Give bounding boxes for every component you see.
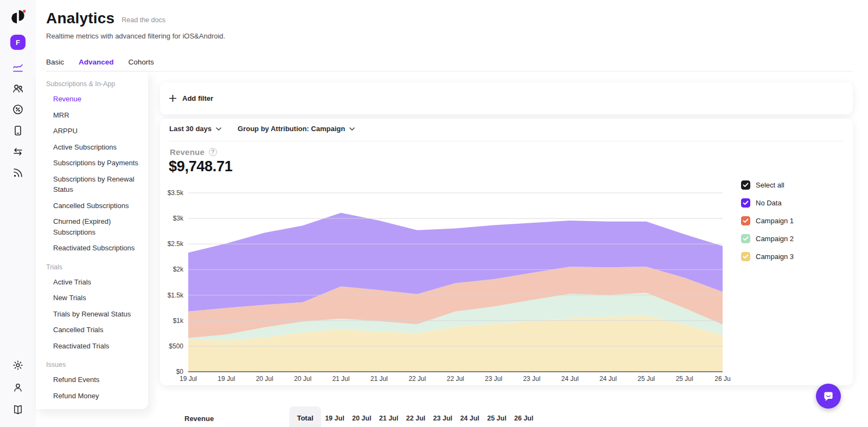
app-logo[interactable] <box>9 8 27 26</box>
x-tick-label: 23 Jul <box>485 375 502 383</box>
legend-item-campaign-3[interactable]: Campaign 3 <box>741 252 794 261</box>
table-column-20-jul[interactable]: 20 Jul <box>348 415 375 422</box>
table-column-21-jul[interactable]: 21 Jul <box>375 415 403 422</box>
checkbox-select-all[interactable] <box>741 180 750 190</box>
sidebar-item-active-subscriptions[interactable]: Active Subscriptions <box>46 139 144 156</box>
legend-item-no-data[interactable]: No Data <box>741 198 794 208</box>
mobile-app-icon <box>11 124 24 137</box>
legend-label: Campaign 1 <box>756 217 794 225</box>
checkbox-no-data[interactable] <box>741 198 750 208</box>
legend-item-select-all[interactable]: Select all <box>741 180 794 190</box>
check-icon <box>743 183 749 187</box>
sidebar-item-active-trials[interactable]: Active Trials <box>46 274 144 290</box>
tab-cohorts[interactable]: Cohorts <box>129 58 154 72</box>
table-column-22-jul[interactable]: 22 Jul <box>402 415 429 422</box>
sidebar-section-subscriptions-in-app: Subscriptions & In-App <box>46 80 144 88</box>
help-icon[interactable]: ? <box>209 148 217 156</box>
table-column-23-jul[interactable]: 23 Jul <box>429 415 456 422</box>
sidebar-item-churned-expired-subscriptions[interactable]: Churned (Expired) Subscriptions <box>46 214 144 240</box>
x-tick-label: 21 Jul <box>332 375 349 383</box>
chat-bubble-icon <box>822 390 835 403</box>
sidebar-item-mrr[interactable]: MRR <box>46 107 144 124</box>
sidebar-item-refund-money[interactable]: Refund Money <box>46 388 144 404</box>
sidebar-item-subscriptions-by-payments[interactable]: Subscriptions by Payments <box>46 155 144 171</box>
sidebar-item-reactivated-subscriptions[interactable]: Reactivated Subscriptions <box>46 240 144 256</box>
legend-label: Campaign 3 <box>756 253 794 261</box>
read-docs-link[interactable]: Read the docs <box>122 16 165 27</box>
metric-total-value: $9,748.71 <box>169 158 232 175</box>
sidebar-item-cancelled-subscriptions[interactable]: Cancelled Subscriptions <box>46 198 144 214</box>
sidebar-item-reactivated-trials[interactable]: Reactivated Trials <box>46 338 144 354</box>
x-tick-label: 22 Jul <box>409 375 426 383</box>
date-range-dropdown[interactable]: Last 30 days <box>169 125 221 133</box>
analytics-nav-button[interactable] <box>11 61 24 74</box>
checkbox-campaign-1[interactable] <box>741 216 750 225</box>
controls-divider <box>169 141 844 141</box>
page-subtitle: Realtime metrics with advanced filtering… <box>46 32 225 40</box>
y-tick-label: $2k <box>173 266 184 273</box>
check-icon <box>743 218 749 223</box>
checkbox-campaign-2[interactable] <box>741 234 750 243</box>
table-column-26-jul[interactable]: 26 Jul <box>510 415 538 422</box>
y-tick-label: $3k <box>173 215 184 222</box>
y-tick-label: $1k <box>173 317 184 325</box>
table-date-columns: 19 Jul20 Jul21 Jul22 Jul23 Jul24 Jul25 J… <box>321 415 537 422</box>
profile-button[interactable] <box>11 381 24 394</box>
revenue-chart-card: Last 30 days Group by Attribution: Campa… <box>160 119 853 385</box>
sidebar-item-new-trials[interactable]: New Trials <box>46 290 144 306</box>
sidebar-item-subscriptions-by-renewal-status[interactable]: Subscriptions by Renewal Status <box>46 171 144 198</box>
check-icon <box>743 254 749 259</box>
docs-button[interactable] <box>11 403 24 416</box>
sidebar-item-active-billing-issues[interactable]: Active Billing Issues <box>46 404 144 409</box>
sidebar-item-cancelled-trials[interactable]: Cancelled Trials <box>46 322 144 338</box>
users-icon <box>11 82 24 95</box>
x-tick-label: 26 Ju <box>714 375 730 383</box>
x-tick-label: 23 Jul <box>523 375 540 383</box>
group-by-dropdown[interactable]: Group by Attribution: Campaign <box>238 125 355 133</box>
discounts-nav-button[interactable] <box>11 103 24 116</box>
legend-item-campaign-1[interactable]: Campaign 1 <box>741 216 794 225</box>
tab-advanced[interactable]: Advanced <box>79 58 114 72</box>
table-column-total[interactable]: Total <box>289 406 321 427</box>
sidebar-section-issues: Issues <box>46 361 144 368</box>
x-tick-label: 24 Jul <box>561 375 579 383</box>
sidebar-item-revenue[interactable]: Revenue <box>46 91 144 107</box>
y-tick-label: $1.5k <box>168 292 184 299</box>
add-filter-button[interactable]: Add filter <box>160 82 853 114</box>
table-column-25-jul[interactable]: 25 Jul <box>483 415 510 422</box>
y-tick-label: $0 <box>176 368 184 376</box>
legend-label: No Data <box>756 199 782 207</box>
chevron-down-icon <box>349 127 355 131</box>
workspace-avatar[interactable]: F <box>10 35 25 50</box>
analytics-icon <box>11 61 24 74</box>
tabs-divider <box>46 71 853 72</box>
open-book-icon <box>12 404 24 416</box>
sidebar-item-refund-events[interactable]: Refund Events <box>46 372 144 388</box>
users-nav-button[interactable] <box>11 82 24 95</box>
chevron-down-icon <box>216 127 221 131</box>
chat-launcher-button[interactable] <box>816 384 841 409</box>
table-column-24-jul[interactable]: 24 Jul <box>456 415 483 422</box>
metrics-sidebar: Subscriptions & In-AppRevenueMRRARPPUAct… <box>36 72 148 409</box>
sidebar-item-trials-by-renewal-status[interactable]: Trials by Renewal Status <box>46 306 144 322</box>
person-icon <box>12 381 24 393</box>
x-tick-label: 24 Jul <box>599 375 617 383</box>
apps-nav-button[interactable] <box>11 124 24 137</box>
adapty-logo-icon <box>9 8 27 25</box>
legend-label: Campaign 2 <box>756 235 794 243</box>
tab-basic[interactable]: Basic <box>46 58 64 72</box>
rail-bottom-nav <box>11 359 24 427</box>
x-tick-label: 19 Jul <box>180 375 197 383</box>
legend-item-campaign-2[interactable]: Campaign 2 <box>741 234 794 243</box>
revenue-chart-svg[interactable]: $0$500$1k$1.5k$2k$2.5k$3k$3.5k19 Jul19 J… <box>160 185 778 385</box>
integrations-nav-button[interactable] <box>11 145 24 158</box>
rail-nav <box>11 61 24 179</box>
feed-nav-button[interactable] <box>11 166 24 179</box>
checkbox-campaign-3[interactable] <box>741 252 750 261</box>
check-icon <box>743 200 749 205</box>
settings-button[interactable] <box>11 359 24 372</box>
sidebar-item-arppu[interactable]: ARPPU <box>46 123 144 139</box>
add-filter-label: Add filter <box>182 94 213 102</box>
x-tick-label: 20 Jul <box>294 375 311 383</box>
table-column-19-jul[interactable]: 19 Jul <box>321 415 348 422</box>
